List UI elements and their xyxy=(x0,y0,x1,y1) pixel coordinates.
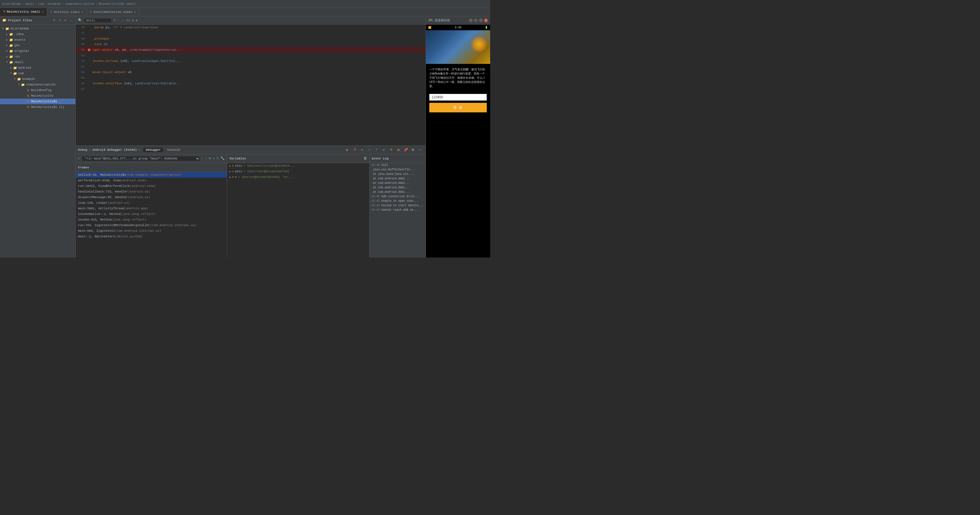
folder-icon-header: 📁 xyxy=(2,18,6,22)
frame-label-performclick: performClick:4438, View xyxy=(78,179,121,182)
search-input[interactable] xyxy=(84,18,112,23)
debug-debugger-label[interactable]: Android Debugger (54446) xyxy=(92,148,137,152)
breadcrumb-smali[interactable]: smali xyxy=(25,2,34,6)
breadcrumb-example[interactable]: example xyxy=(48,2,61,6)
code-editor[interactable]: 46 .param p1, "v" # Landroid/view/View; … xyxy=(76,25,426,146)
pause-btn[interactable]: ⏸ xyxy=(352,147,358,153)
emulator-close-btn[interactable]: ✕ xyxy=(484,19,488,22)
filter-icon[interactable]: ⊞ xyxy=(209,156,211,160)
breadcrumb-simpleencryption[interactable]: simpleencryption xyxy=(65,2,95,6)
var-item-edit[interactable]: ▶ ⊕ edit = {EditText@831965409768} xyxy=(227,169,369,174)
breadcrumb-com[interactable]: com xyxy=(38,2,44,6)
tree-item-smali[interactable]: ▼ 📁 smali xyxy=(0,59,75,65)
frame-item-onclick[interactable]: onClick:32, MainActivity$1 (com.example.… xyxy=(76,172,227,177)
step-over-btn[interactable]: ↷ xyxy=(359,147,365,153)
emulator-minimize-btn[interactable]: — xyxy=(474,19,478,22)
frame-item-handlecallback[interactable]: handleCallback:733, Handler (android.os) xyxy=(76,189,227,195)
minimize-debug-btn[interactable]: — xyxy=(417,147,423,153)
tab-activity-class[interactable]: C Activity.class ✕ xyxy=(47,8,87,16)
debug-body: ✔ "<1> main"@831,962,377,...in group "ma… xyxy=(76,154,426,258)
copy-frames-btn[interactable]: ⎘ xyxy=(217,157,219,160)
tree-item-mainactivity1b[interactable]: ▶ S MainActivity$1 (1) xyxy=(0,104,75,110)
smali-icon-mainactivity1: S xyxy=(26,99,30,104)
event-item-ddml2: at com.android.ddml... xyxy=(369,181,426,185)
frame-item-performclick[interactable]: performClick:4438, View (android.view) xyxy=(76,177,227,183)
clear-variables-btn[interactable]: 🗑 xyxy=(364,156,367,160)
code-line-49: 49 .line 32 xyxy=(76,41,426,47)
tree-item-original[interactable]: ▶ 📁 original xyxy=(0,48,75,54)
step-out-btn[interactable]: ↑ xyxy=(374,147,380,153)
event-text-ddml3: at com.android.ddml... xyxy=(373,186,410,189)
restore-btn[interactable]: ⊞ xyxy=(410,147,416,153)
tree-item-simpleencryption[interactable]: ▼ 📁 simpleencryption xyxy=(0,82,75,87)
emulator-fullscreen-btn[interactable]: ⛶ xyxy=(469,19,473,22)
emulator-maximize-btn[interactable]: □ xyxy=(479,19,483,22)
line-content-50: iget-object v6, p0, Lcom/example/simplee… xyxy=(91,48,426,52)
tree-item-gen[interactable]: ▶ 📁 gen xyxy=(0,43,75,48)
breadcrumb-file[interactable]: MainActivity$1.smali xyxy=(99,2,136,6)
tab-close-instrumentation[interactable]: ✕ xyxy=(134,10,136,14)
tree-item-android[interactable]: ▶ 📁 android xyxy=(0,65,75,71)
thread-down-btn[interactable]: ↓ xyxy=(205,157,207,160)
minimize-icon[interactable]: — xyxy=(69,18,73,23)
frame-pkg-run: (android.view) xyxy=(130,184,156,188)
debug-tab-console[interactable]: Console xyxy=(164,147,183,153)
settings-btn[interactable]: ⚙ xyxy=(395,147,401,153)
frames-toolbar: Frames xyxy=(76,163,227,172)
event-text-null: null xyxy=(381,164,388,167)
frame-item-run[interactable]: run:18422, View$PerformClick (android.vi… xyxy=(76,183,227,189)
tab-instrumentation-class[interactable]: C Instrumentation.class ✕ xyxy=(87,8,139,16)
debug-close-icon[interactable]: ✕ xyxy=(138,148,140,152)
breadcrumb-alicrackme[interactable]: AliCrackme xyxy=(2,2,21,6)
debug-tab-debugger[interactable]: Debugger xyxy=(143,147,164,153)
breadcrumb: AliCrackme › smali › com › example › sim… xyxy=(2,2,136,6)
frame-item-run793[interactable]: run:793, ZygoteInit$MethodAndArgsCaller … xyxy=(76,222,227,228)
frame-item-invoke515[interactable]: invoke:515, Method (java.lang.reflect) xyxy=(76,217,227,222)
tab-main-smali[interactable]: S MainActivity.smali ✕ xyxy=(0,8,47,16)
run-to-cursor-btn[interactable]: ↩ xyxy=(381,147,387,153)
tab-close-main-smali[interactable]: ✕ xyxy=(42,10,43,13)
tree-item-mainactivity[interactable]: ▶ S MainActivity xyxy=(0,93,75,98)
frame-item-main5001[interactable]: main:5001, ActivityThread (android.app) xyxy=(76,206,227,211)
collapse-icon[interactable]: ≡ xyxy=(57,18,62,23)
tree-item-idea[interactable]: ▶ 📁 .idea xyxy=(0,32,75,37)
arrow-smali: ▼ xyxy=(5,60,9,64)
settings-icon[interactable]: ⚙ xyxy=(63,18,68,23)
search-prev-icon[interactable]: ↑ xyxy=(117,19,119,22)
tree-item-root[interactable]: ▼ 📁 AliCrackme xyxy=(0,26,75,32)
frame-item-dispatchmessage[interactable]: dispatchMessage:95, Handler (android.os) xyxy=(76,195,227,200)
search-next-icon[interactable]: ↓ xyxy=(121,19,123,22)
resume-btn[interactable]: ▶ xyxy=(344,147,350,153)
thread-up-btn[interactable]: ↑ xyxy=(202,157,204,160)
frame-item-invokenative[interactable]: invokeNative:-1, Method (java.lang.refle… xyxy=(76,211,227,217)
search-close-icon[interactable]: ✕ xyxy=(114,18,116,22)
phone-login-btn[interactable]: 登 录 xyxy=(429,103,487,113)
wrench-icon[interactable]: 🔧 xyxy=(220,156,224,160)
tree-item-mainactivity1[interactable]: ▶ S MainActivity$1 xyxy=(0,98,75,104)
tab-close-activity[interactable]: ✕ xyxy=(81,10,83,14)
evaluate-btn[interactable]: ⌥ xyxy=(388,147,394,153)
tree-item-com[interactable]: ▼ 📁 com xyxy=(0,71,75,76)
frame-item-mainm1[interactable]: main:-1, NativeStart (dalvik.system) xyxy=(76,234,227,239)
phone-story-text: 一个宁静的早晨，天气有点阴霾，银河飞行队少校Bob像往常一样进行例行巡逻。突然一… xyxy=(426,64,490,92)
var-item-this[interactable]: ▶ ≡ this = {MainActivity$1@8319654... xyxy=(227,163,369,169)
variables-panel: Variables 🗑 ▶ ≡ this = {MainActivity$1@8… xyxy=(227,154,369,258)
thread-dropdown[interactable]: "<1> main"@831,962,377,...in group "main… xyxy=(81,156,200,162)
event-log-list: 15:43 null java.nio.BufferOverflo... at … xyxy=(369,163,426,258)
sync-icon[interactable]: ⟳ xyxy=(52,18,56,23)
add-filter-btn[interactable]: + xyxy=(213,156,215,161)
phone-input-field[interactable] xyxy=(429,94,487,101)
tree-label-idea: .idea xyxy=(14,33,24,36)
frame-item-main609[interactable]: main:609, ZygoteInit (com.android.intern… xyxy=(76,228,227,234)
tree-item-example[interactable]: ▼ 📁 example xyxy=(0,76,75,82)
step-into-btn[interactable]: ↓ xyxy=(366,147,372,153)
var-value-edit: = {EditText@831965409768} xyxy=(243,170,290,173)
var-item-v[interactable]: ▶ ≡ v = {Button@831965493496} "an... xyxy=(227,174,369,180)
line-bp-50[interactable] xyxy=(87,49,91,51)
tree-item-assets[interactable]: ▶ 📁 assets xyxy=(0,37,75,43)
frame-item-loop[interactable]: loop:136, Looper (android.os) xyxy=(76,200,227,206)
tree-item-res[interactable]: ▶ 📁 res xyxy=(0,54,75,59)
tree-item-buildconfig[interactable]: ▶ S BuildConfig xyxy=(0,87,75,93)
pin-btn[interactable]: 📌 xyxy=(402,147,409,153)
frames-title: Frames xyxy=(78,166,224,169)
